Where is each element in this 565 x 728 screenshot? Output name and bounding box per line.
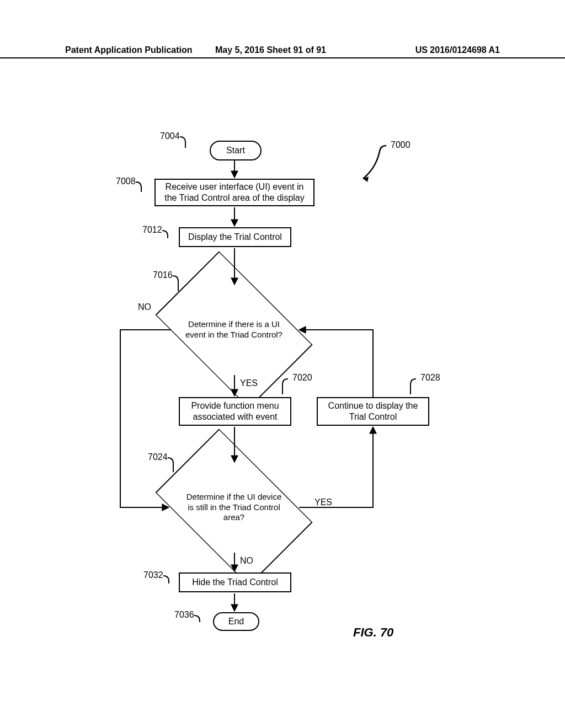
ref-7004: 7004 — [160, 131, 180, 141]
ref-7012: 7012 — [142, 225, 162, 235]
header-rule — [0, 57, 565, 58]
page-root: { "header": { "left": "Patent Applicatio… — [0, 0, 565, 728]
node-continue-display: Continue to display the Trial Control — [317, 397, 429, 426]
node-hide-triad: Hide the Triad Control — [179, 572, 291, 592]
node-decision-ui-event: Determine if there is a UI event in the … — [168, 264, 300, 396]
node-display-trial: Display the Trial Control — [179, 227, 291, 247]
node-start: Start — [210, 141, 262, 160]
branch-no-2: NO — [240, 556, 253, 566]
figure-label: FIG. 70 — [353, 625, 393, 640]
branch-yes-1: YES — [240, 378, 258, 388]
ref-7020: 7020 — [292, 373, 312, 383]
node-decision-still-in-text: Determine if the UI device is still in t… — [168, 441, 300, 574]
node-receive-ui-event: Receive user interface (UI) event in the… — [154, 179, 315, 206]
branch-no-1: NO — [138, 302, 151, 312]
ref-7016: 7016 — [153, 270, 173, 280]
ref-7008: 7008 — [116, 176, 136, 186]
header-date-sheet: May 5, 2016 Sheet 91 of 91 — [215, 45, 326, 55]
node-decision-ui-event-text: Determine if there is a UI event in the … — [168, 264, 300, 396]
ref-7032: 7032 — [143, 570, 163, 580]
node-provide-menu: Provide function menu associated with ev… — [179, 397, 291, 426]
ref-7036: 7036 — [174, 610, 194, 620]
header-pubnumber: US 2016/0124698 A1 — [415, 45, 500, 55]
header-publication: Patent Application Publication — [65, 45, 193, 55]
node-end: End — [213, 612, 259, 631]
ref-7024: 7024 — [148, 452, 168, 462]
ref-7000: 7000 — [391, 140, 411, 150]
node-decision-still-in: Determine if the UI device is still in t… — [168, 441, 300, 574]
branch-yes-2: YES — [315, 497, 332, 507]
ref-7028: 7028 — [420, 373, 440, 383]
